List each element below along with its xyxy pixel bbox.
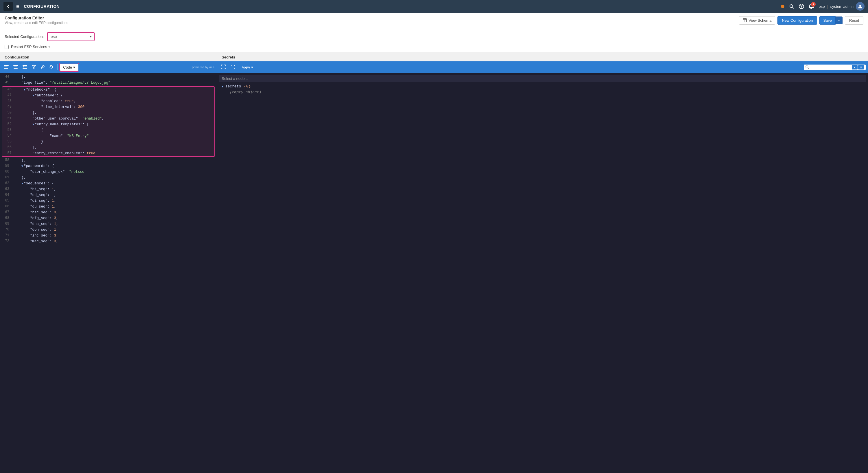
page-header-actions: View Schema New Configuration Save ▾ Res…: [739, 16, 863, 25]
config-panel: Configuration: [0, 52, 217, 473]
code-line-61: 61 },: [0, 175, 217, 181]
code-line-49: 49 "time_interval": 300: [2, 104, 214, 110]
reset-button[interactable]: Reset: [845, 16, 863, 25]
secrets-tree: ▼ secrets {0} (empty object): [219, 83, 866, 95]
secrets-expand-button[interactable]: [219, 63, 227, 71]
notifications-button[interactable]: 9: [809, 4, 814, 9]
secrets-panel-title: Secrets: [217, 52, 868, 61]
secrets-search-prev[interactable]: ▲: [852, 65, 858, 69]
user-info: esp | system admin: [818, 2, 865, 11]
save-dropdown-arrow[interactable]: ▾: [836, 17, 842, 24]
filter-button[interactable]: [30, 64, 38, 71]
code-line-62: 62 ▼"sequences": {: [0, 181, 217, 186]
code-button[interactable]: Code ▾: [60, 64, 79, 71]
code-line-45: 45 "logo_file": "/static/images/L7_Logo.…: [0, 80, 217, 86]
svg-rect-13: [13, 68, 18, 68]
undo-button[interactable]: [48, 64, 55, 71]
code-line-48: 48 "enabled": true,: [2, 98, 214, 104]
svg-point-0: [790, 5, 793, 7]
svg-rect-15: [24, 66, 27, 67]
view-button[interactable]: View ▾: [239, 64, 256, 71]
secrets-search-next[interactable]: ▼: [858, 65, 864, 69]
user-avatar: [856, 2, 865, 11]
nav-icons: 9 esp | system admin: [781, 2, 865, 11]
wrench-button[interactable]: [39, 64, 46, 71]
restart-row: Restart ESP Services +: [5, 45, 863, 49]
code-dropdown-arrow: ▾: [73, 65, 75, 69]
code-line-57: 57 "entry_restore_enabled": true: [2, 150, 214, 156]
code-line-47: 47 ▼"autosave": {: [2, 93, 214, 98]
tree-collapse-arrow: ▼: [222, 85, 224, 88]
svg-point-17: [806, 66, 808, 68]
secrets-content: Select a node... ▼ secrets {0} (empty ob…: [217, 73, 868, 473]
view-dropdown-arrow: ▾: [251, 65, 253, 69]
code-label: Code: [63, 65, 72, 69]
notification-badge: 9: [811, 2, 816, 7]
powered-by-label: powered by ace: [192, 65, 214, 69]
indent-button[interactable]: [21, 64, 29, 71]
config-selector-area: Selected Configuration: esp default cust…: [0, 28, 868, 52]
secrets-root-item[interactable]: ▼ secrets {0}: [219, 83, 866, 89]
code-line-65: 65 "ci_seq": 1,: [0, 198, 217, 204]
config-select-label: Selected Configuration:: [5, 34, 44, 39]
svg-rect-5: [743, 19, 746, 22]
code-line-70: 70 "don_seq": 1,: [0, 227, 217, 233]
code-line-68: 68 "cfg_seq": 3,: [0, 215, 217, 221]
toolbar-separator: [57, 64, 58, 70]
svg-rect-9: [4, 66, 7, 67]
secrets-search-box: ▲ ▼: [804, 64, 866, 70]
code-line-72: 72 "mac_seq": 3,: [0, 239, 217, 244]
status-dot: [781, 5, 784, 8]
code-line-64: 64 "cd_seq": 1,: [0, 192, 217, 198]
main-content: Configuration: [0, 52, 868, 473]
code-line-44: 44 },: [0, 74, 217, 80]
code-line-52: 52 ▼"entry_name_templates": [: [2, 122, 214, 127]
code-line-60: 60 "user_change_ok": "notsso": [0, 169, 217, 175]
code-line-69: 69 "dna_seq": 1,: [0, 221, 217, 227]
search-button[interactable]: [789, 4, 794, 9]
code-line-71: 71 "inc_seq": 3,: [0, 233, 217, 239]
svg-rect-14: [23, 65, 27, 66]
restart-label: Restart ESP Services +: [11, 45, 50, 49]
svg-line-1: [793, 7, 794, 8]
new-configuration-button[interactable]: New Configuration: [777, 16, 817, 25]
view-label: View: [242, 65, 250, 69]
code-editor[interactable]: 44 }, 45 "logo_file": "/static/images/L7…: [0, 73, 217, 473]
page-header: Configuration Editor View, create, and e…: [0, 13, 868, 28]
secrets-search-nav: ▲ ▼: [852, 65, 864, 69]
help-button[interactable]: [799, 4, 804, 9]
page-title: Configuration Editor: [5, 16, 68, 20]
code-line-55: 55 }: [2, 139, 214, 145]
code-line-53: 53 {: [2, 127, 214, 133]
highlighted-notebooks-block: 46 ▼"notebooks": { 47 ▼"autosave": { 48 …: [2, 86, 215, 157]
secrets-toolbar: View ▾ ▲ ▼: [217, 61, 868, 73]
code-line-46: 46 ▼"notebooks": {: [2, 87, 214, 93]
restart-checkbox[interactable]: [5, 45, 9, 49]
align-left-button[interactable]: [2, 64, 10, 71]
secrets-search-icon: [806, 65, 809, 69]
code-line-59: 59 ▼"passwords": {: [0, 163, 217, 169]
align-center-button[interactable]: [11, 64, 20, 71]
code-line-50: 50 },: [2, 110, 214, 116]
back-button[interactable]: [3, 2, 13, 11]
save-button[interactable]: Save: [819, 16, 836, 25]
code-line-67: 67 "bsc_seq": 3,: [0, 210, 217, 215]
code-line-54: 54 "name": "NB Entry": [2, 133, 214, 139]
code-line-66: 66 "du_seq": 1,: [0, 204, 217, 210]
editor-toolbar: Code ▾ powered by ace: [0, 61, 217, 73]
code-line-58: 58 },: [0, 157, 217, 163]
view-schema-button[interactable]: View Schema: [739, 16, 775, 25]
secrets-empty-label: (empty object): [227, 89, 866, 95]
save-button-group: Save ▾: [819, 16, 842, 25]
secrets-search-input[interactable]: [810, 65, 850, 69]
user-label: esp: [818, 4, 825, 9]
svg-rect-12: [14, 66, 18, 67]
grid-icon: ≡: [16, 3, 20, 9]
config-select[interactable]: esp default custom: [48, 33, 94, 40]
code-line-51: 51 "other_user_approval": "enabled",: [2, 116, 214, 122]
svg-line-18: [808, 68, 809, 69]
svg-rect-10: [4, 68, 8, 68]
select-node-hint: Select a node...: [219, 75, 866, 82]
secrets-collapse-button[interactable]: [229, 63, 237, 71]
code-line-56: 56 ],: [2, 145, 214, 150]
